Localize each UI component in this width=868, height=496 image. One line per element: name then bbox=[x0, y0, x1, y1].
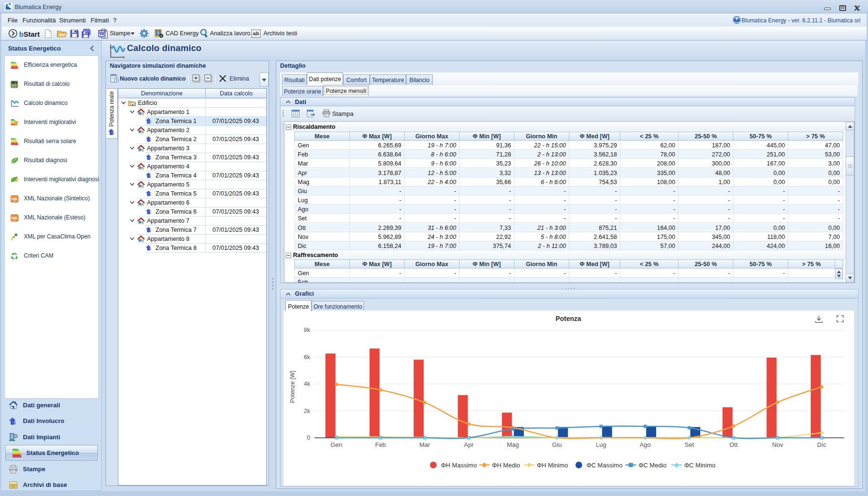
svg-text:ΦH Medio: ΦH Medio bbox=[492, 462, 520, 469]
svg-text:Dic: Dic bbox=[817, 441, 826, 448]
svg-text:ΦH Minimo: ΦH Minimo bbox=[537, 462, 568, 469]
svg-text:Potenze [W]: Potenze [W] bbox=[289, 371, 296, 403]
svg-text:Mag: Mag bbox=[507, 441, 519, 448]
svg-text:ΦC Medio: ΦC Medio bbox=[638, 462, 667, 469]
svg-text:Gen: Gen bbox=[331, 441, 343, 448]
svg-text:2k: 2k bbox=[304, 408, 311, 414]
svg-text:Giu: Giu bbox=[552, 441, 562, 448]
svg-text:Nov: Nov bbox=[772, 441, 784, 448]
svg-text:Mar: Mar bbox=[419, 441, 430, 448]
svg-text:Potenza: Potenza bbox=[555, 315, 581, 322]
svg-text:Set: Set bbox=[685, 441, 694, 448]
svg-text:ΦC Massimo: ΦC Massimo bbox=[586, 462, 622, 469]
svg-text:XML: XML bbox=[11, 217, 19, 220]
svg-text:Lug: Lug bbox=[596, 441, 607, 448]
svg-text:6k: 6k bbox=[304, 354, 311, 361]
svg-text:Apr: Apr bbox=[464, 441, 474, 448]
svg-text:ΦH Massimo: ΦH Massimo bbox=[441, 462, 477, 469]
svg-text:ΦC Minimo: ΦC Minimo bbox=[684, 462, 715, 469]
svg-text:Feb: Feb bbox=[375, 441, 386, 448]
svg-text:8k: 8k bbox=[304, 327, 311, 333]
svg-text:0: 0 bbox=[307, 434, 310, 441]
svg-text:XML: XML bbox=[11, 197, 19, 201]
svg-text:4k: 4k bbox=[304, 381, 311, 387]
svg-text:Ago: Ago bbox=[640, 441, 651, 448]
svg-text:Ott: Ott bbox=[729, 441, 738, 448]
